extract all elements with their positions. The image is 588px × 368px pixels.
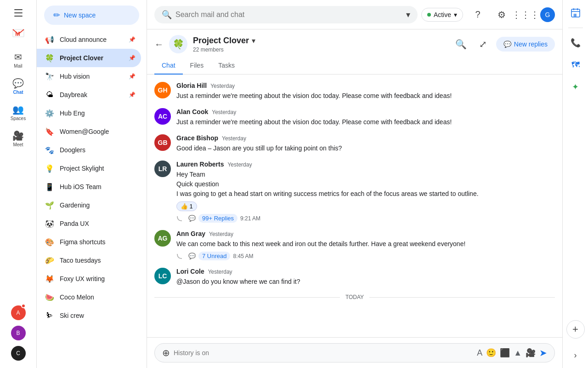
search-dropdown-icon[interactable]: ▾	[406, 10, 410, 20]
space-emoji-hub-ios: 📱	[44, 181, 55, 192]
spaces-icon: 👥	[12, 104, 24, 115]
search-input[interactable]	[175, 11, 402, 19]
avatar-user2[interactable]: B	[11, 326, 26, 340]
top-bar: 🔍 ▾ Active ▾ ? ⚙ ⋮⋮⋮ G	[147, 0, 562, 29]
avatar-user3[interactable]: C	[11, 346, 26, 361]
mail-icon: ✉	[14, 52, 22, 63]
hamburger-button[interactable]	[9, 4, 28, 22]
space-item-hub-eng[interactable]: ⚙️ Hub Eng	[37, 104, 141, 122]
chat-bubble-icon: 💬	[503, 40, 511, 48]
search-icon: 🔍	[162, 10, 172, 20]
assistant-button[interactable]: ✦	[566, 78, 585, 96]
pin-icon-daybreak: 📌	[129, 92, 136, 98]
space-item-taco-tuesdays[interactable]: 🌮 Taco tuesdays	[37, 251, 141, 270]
replies-count: 99+ Replies	[198, 214, 237, 223]
message-header: Lori Cole Yesterday	[176, 268, 555, 275]
pencil-icon: ✏	[53, 10, 60, 20]
space-item-figma-shortcuts[interactable]: 🎨 Figma shortcuts	[37, 233, 141, 251]
space-emoji-panda-ux: 🐼	[44, 218, 55, 229]
message-text: Just a reminder we're meeting about the …	[176, 91, 555, 101]
space-item-coco-melon[interactable]: 🍉 Coco Melon	[37, 288, 141, 306]
chat-title: Project Clover ▾	[193, 36, 452, 46]
space-item-project-skylight[interactable]: 💡 Project Skylight	[37, 159, 141, 178]
compose-input[interactable]	[174, 349, 473, 356]
space-item-hub-vision[interactable]: 🔭 Hub vision 📌	[37, 67, 141, 86]
space-item-foxy-ux[interactable]: 🦊 Foxy UX writing	[37, 270, 141, 288]
space-item-panda-ux[interactable]: 🐼 Panda UX	[37, 214, 141, 233]
space-item-women-google[interactable]: 🔖 Women@Google	[37, 122, 141, 141]
message-author: Gloria Hill	[176, 82, 207, 89]
messages-area: GH Gloria Hill Yesterday Just a reminder…	[147, 75, 562, 337]
message-author: Lori Cole	[176, 268, 204, 275]
svg-text:M: M	[15, 30, 20, 37]
tab-chat[interactable]: Chat	[154, 57, 183, 75]
reply-time: 9:21 AM	[240, 215, 260, 222]
meet-icon: 🎥	[12, 130, 24, 141]
space-item-hub-ios[interactable]: 📱 Hub iOS Team	[37, 178, 141, 196]
message-group: AC Alan Cook Yesterday Just a reminder w…	[154, 108, 555, 127]
text-format-icon[interactable]: A	[477, 348, 482, 358]
message-content: Gloria Hill Yesterday Just a reminder we…	[176, 82, 555, 101]
minimize-button[interactable]: ⤢	[474, 35, 492, 53]
tab-tasks[interactable]: Tasks	[211, 57, 242, 75]
help-icon: ?	[475, 9, 480, 20]
reply-thread-ann[interactable]: 💬 7 Unread 8:45 AM	[176, 252, 555, 260]
sidebar-item-spaces[interactable]: 👥 Spaces	[2, 100, 35, 125]
back-button[interactable]: ←	[154, 39, 164, 50]
chat-title-text: Project Clover	[193, 36, 249, 46]
space-item-ski-crew[interactable]: ⛷ Ski crew	[37, 306, 141, 325]
reaction-thumbsup[interactable]: 👍 1	[176, 201, 197, 211]
sidebar-left: M ✉ Mail 💬 Chat 👥 Spaces 🎥 Meet A B C	[0, 0, 37, 368]
upload-icon[interactable]: ⬛	[500, 348, 510, 358]
drive-icon[interactable]: ▲	[514, 348, 522, 358]
message-text: Just a reminder we're meeting about the …	[176, 117, 555, 127]
message-header: Lauren Roberts Yesterday	[176, 161, 555, 168]
message-text: We can come back to this next week and i…	[176, 239, 555, 249]
avatar-user1[interactable]: A	[11, 304, 26, 320]
compose-tools: A 🙂 ⬛ ▲ 🎥	[477, 348, 536, 358]
space-item-cloud-announce[interactable]: 📢 Cloud announce 📌	[37, 30, 141, 49]
emoji-icon[interactable]: 🙂	[486, 348, 496, 358]
message-content: Alan Cook Yesterday Just a reminder we'r…	[176, 108, 555, 127]
tab-files[interactable]: Files	[183, 57, 211, 75]
avatar-lauren: LR	[154, 161, 171, 177]
space-item-dooglers[interactable]: 🐾 Dooglers	[37, 141, 141, 159]
maps-button[interactable]: 🗺	[566, 56, 585, 74]
compose-add-button[interactable]: ⊕	[162, 347, 170, 358]
user-avatar[interactable]: G	[540, 7, 555, 22]
thread-line-icon	[176, 215, 186, 222]
space-emoji-hub-vision: 🔭	[44, 71, 55, 82]
new-space-button[interactable]: ✏ New space	[44, 6, 139, 25]
space-emoji-gardening: 🌱	[44, 200, 55, 211]
collapse-panel-button[interactable]: ›	[566, 346, 585, 364]
message-group: GB Grace Bishop Yesterday Good idea – Ja…	[154, 134, 555, 153]
chat-header: ← 🍀 Project Clover ▾ 22 members 🔍 ⤢ 💬 Ne…	[147, 29, 562, 53]
plus-icon: +	[572, 323, 578, 335]
space-item-gardening[interactable]: 🌱 Gardening	[37, 196, 141, 214]
phone-button[interactable]: 📞	[566, 34, 585, 52]
add-panel-button[interactable]: +	[566, 320, 585, 339]
active-status-button[interactable]: Active ▾	[421, 8, 463, 22]
space-emoji-project-skylight: 💡	[44, 163, 55, 174]
chat-icon: 💬	[12, 78, 24, 89]
sidebar-item-mail[interactable]: ✉ Mail	[2, 48, 35, 72]
chat-title-chevron-icon[interactable]: ▾	[252, 36, 255, 45]
chat-search-button[interactable]: 🔍	[452, 35, 470, 53]
space-item-project-clover[interactable]: 🍀 Project Clover 📌	[37, 49, 141, 67]
help-button[interactable]: ?	[469, 6, 487, 24]
search-icon: 🔍	[455, 39, 467, 50]
calendar-button[interactable]: ▦	[566, 4, 585, 22]
top-bar-right: Active ▾ ? ⚙ ⋮⋮⋮ G	[421, 6, 555, 24]
space-item-daybreak[interactable]: 🌤 Daybreak 📌	[37, 86, 141, 104]
chevron-right-icon: ›	[574, 351, 577, 360]
settings-button[interactable]: ⚙	[492, 6, 511, 24]
new-replies-button[interactable]: 💬 New replies	[496, 37, 555, 52]
chat-tabs: Chat Files Tasks	[147, 57, 562, 75]
apps-button[interactable]: ⋮⋮⋮	[516, 6, 535, 24]
send-button[interactable]: ➤	[539, 347, 547, 358]
reply-thread[interactable]: 💬 99+ Replies 9:21 AM	[176, 214, 555, 223]
sidebar-item-meet[interactable]: 🎥 Meet	[2, 126, 35, 151]
video-icon[interactable]: 🎥	[526, 348, 536, 358]
spaces-panel: ✏ New space 📢 Cloud announce 📌 🍀 Project…	[37, 0, 147, 368]
sidebar-item-chat[interactable]: 💬 Chat	[2, 74, 35, 98]
